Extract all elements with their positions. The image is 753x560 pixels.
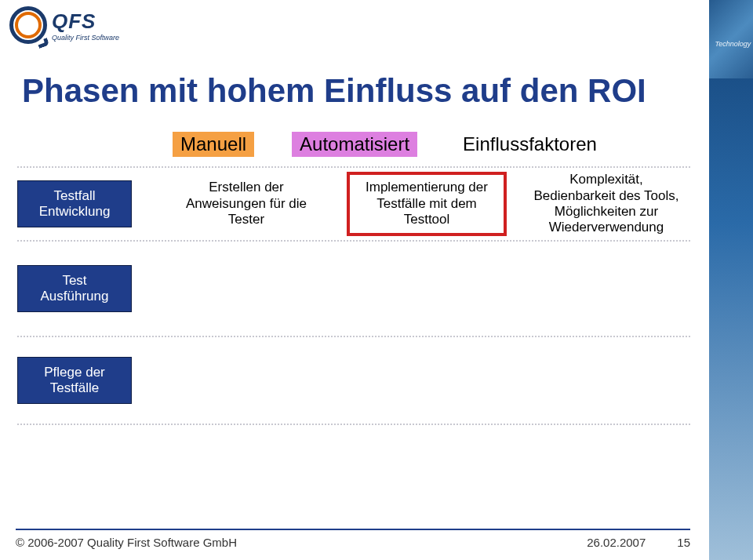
row-pflege-testfaelle: Pflege der Testfälle — [17, 337, 690, 424]
footer-date: 26.02.2007 — [587, 536, 646, 549]
decorative-strip — [709, 0, 753, 560]
slide: QFS Quality First Software Phasen mit ho… — [0, 0, 753, 560]
logo-ring-icon — [9, 6, 47, 44]
phase-label: Test — [62, 273, 86, 289]
rows-container: Testfall Entwicklung Erstellen der Anwei… — [17, 166, 690, 425]
column-headers: Manuell Automatisiert Einflussfaktoren — [173, 132, 605, 157]
cell-manual: Erstellen der Anweisungen für die Tester — [168, 180, 325, 227]
footer-copyright: © 2006-2007 Quality First Software GmbH — [16, 536, 237, 549]
decorative-bar — [709, 78, 753, 560]
logo-tagline: Quality First Software — [52, 34, 119, 42]
phase-box-entwicklung: Testfall Entwicklung — [17, 180, 132, 227]
row-test-ausfuehrung: Test Ausführung — [17, 242, 690, 336]
cell-factors: Komplexität, Bedienbarkeit des Tools, Mö… — [522, 172, 690, 236]
phase-label: Testfälle — [50, 380, 99, 396]
logo: QFS Quality First Software — [9, 6, 119, 44]
phase-label: Entwicklung — [39, 204, 111, 220]
col-header-auto: Automatisiert — [292, 132, 417, 157]
logo-text: QFS Quality First Software — [52, 9, 119, 42]
phase-label: Ausführung — [41, 289, 109, 304]
phase-box-ausfuehrung: Test Ausführung — [17, 265, 132, 312]
col-header-manual: Manuell — [173, 132, 254, 157]
phase-label: Testfall — [54, 188, 96, 204]
col-header-factors: Einflussfaktoren — [455, 132, 605, 157]
technology-tile-icon — [709, 0, 753, 78]
logo-acronym: QFS — [52, 9, 119, 34]
row-testfall-entwicklung: Testfall Entwicklung Erstellen der Anwei… — [17, 168, 690, 240]
footer: © 2006-2007 Quality First Software GmbH … — [16, 529, 690, 549]
footer-page: 15 — [677, 536, 690, 549]
slide-title: Phasen mit hohem Einfluss auf den ROI — [22, 72, 646, 110]
cell-auto-highlighted: Implementierung der Testfälle mit dem Te… — [347, 172, 507, 235]
row-separator — [17, 424, 690, 425]
phase-label: Pflege der — [44, 365, 105, 380]
phase-box-pflege: Pflege der Testfälle — [17, 357, 132, 404]
